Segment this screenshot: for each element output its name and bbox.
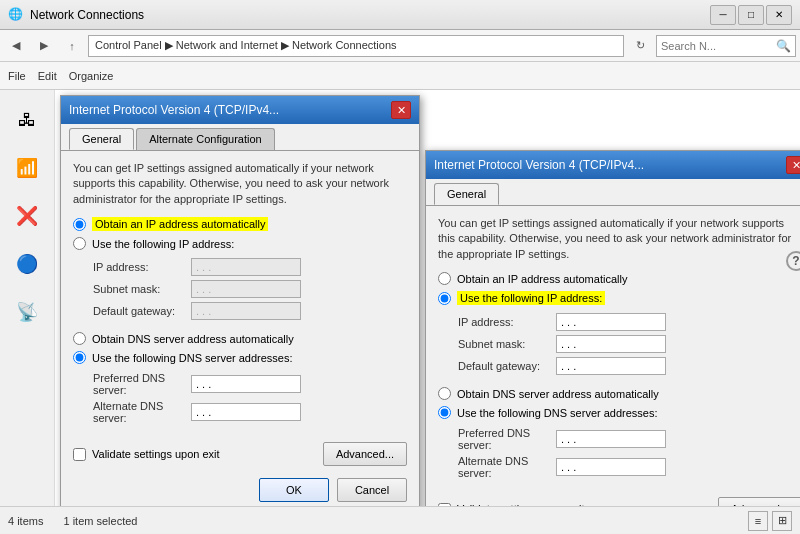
dialog1-subnet-label: Subnet mask: [93,283,183,295]
back-button[interactable]: ◀ [4,34,28,58]
refresh-button[interactable]: ↻ [628,34,652,58]
list-view-button[interactable]: ≡ [748,511,768,531]
grid-view-button[interactable]: ⊞ [772,511,792,531]
dialog1-ip-input: . . . [191,258,301,276]
dialog2-tab-bar: General [426,179,800,205]
dialog2-subnet-row: Subnet mask: . . . [438,335,800,353]
dialog2[interactable]: Internet Protocol Version 4 (TCP/IPv4...… [425,150,800,534]
search-input[interactable] [661,40,772,52]
sidebar: 🖧 📶 ❌ 🔵 📡 [0,90,55,506]
dialog2-close-button[interactable]: ✕ [786,156,800,174]
edit-menu[interactable]: Edit [38,70,57,82]
dialog2-preferred-dns-input[interactable]: . . . [556,430,666,448]
sidebar-icon-signal[interactable]: 📡 [7,292,47,332]
dialog2-dns-radio-group: Obtain DNS server address automatically … [438,387,800,419]
dialog2-use-following-option[interactable]: Use the following IP address: [438,291,800,305]
view-controls: ≡ ⊞ [748,511,792,531]
dialog2-use-dns-label: Use the following DNS server addresses: [457,407,658,419]
dialog2-obtain-dns-option[interactable]: Obtain DNS server address automatically [438,387,800,400]
main-content: 🖧 📶 ❌ 🔵 📡 Internet Protocol Version 4 (T… [0,90,800,506]
dialog1-ip-radio-group: Obtain an IP address automatically Use t… [73,217,407,250]
dialog1-gateway-label: Default gateway: [93,305,183,317]
dialog1-preferred-dns-row: Preferred DNS server: . . . [73,372,407,396]
dialog2-description: You can get IP settings assigned automat… [438,216,800,262]
dialog1-gateway-input: . . . [191,302,301,320]
dialog1-obtain-auto-label: Obtain an IP address automatically [92,217,268,231]
window-title: Network Connections [30,8,704,22]
dialog1-use-following-label: Use the following IP address: [92,238,234,250]
dialog1-tab-general[interactable]: General [69,128,134,150]
file-menu[interactable]: File [8,70,26,82]
dialog2-preferred-dns-label: Preferred DNS server: [458,427,548,451]
dialog1-tab-content: You can get IP settings assigned automat… [61,150,419,438]
dialog1-ip-label: IP address: [93,261,183,273]
close-button[interactable]: ✕ [766,5,792,25]
dialog-overlay: Internet Protocol Version 4 (TCP/IPv4...… [55,90,800,506]
dialog1-preferred-dns-input[interactable]: . . . [191,375,301,393]
dialog2-use-following-label: Use the following IP address: [457,291,605,305]
dialog1-gateway-row: Default gateway: . . . [73,302,407,320]
dialog2-alternate-dns-row: Alternate DNS server: . . . [438,455,800,479]
dialog1-ok-button[interactable]: OK [259,478,329,502]
dialog2-obtain-auto-option[interactable]: Obtain an IP address automatically [438,272,800,285]
dialog2-alternate-dns-input[interactable]: . . . [556,458,666,476]
organize-menu[interactable]: Organize [69,70,114,82]
dialog1-use-dns-option[interactable]: Use the following DNS server addresses: [73,351,407,364]
bluetooth-icon: 🔵 [15,252,39,276]
dialog1-obtain-dns-radio[interactable] [73,332,86,345]
dialog1-obtain-dns-option[interactable]: Obtain DNS server address automatically [73,332,407,345]
sidebar-icon-bluetooth[interactable]: 🔵 [7,244,47,284]
wifi-icon: 📶 [15,156,39,180]
content-area: Internet Protocol Version 4 (TCP/IPv4...… [55,90,800,506]
dialog1-validate-checkbox[interactable] [73,448,86,461]
dialog1-obtain-auto-radio[interactable] [73,218,86,231]
dialog1-close-button[interactable]: ✕ [391,101,411,119]
dialog2-ip-label: IP address: [458,316,548,328]
dialog1-tab-alternate[interactable]: Alternate Configuration [136,128,275,150]
dialog2-ip-row: IP address: . . . [438,313,800,331]
dialog1-obtain-dns-label: Obtain DNS server address automatically [92,333,294,345]
dialog1-tab-bar: General Alternate Configuration [61,124,419,150]
dialog1-description: You can get IP settings assigned automat… [73,161,407,207]
search-box[interactable]: 🔍 [656,35,796,57]
address-path[interactable]: Control Panel ▶ Network and Internet ▶ N… [88,35,624,57]
network-icon: 🖧 [15,108,39,132]
dialog1-cancel-button[interactable]: Cancel [337,478,407,502]
dialog1-validate-label: Validate settings upon exit [92,448,220,460]
dialog2-use-dns-radio[interactable] [438,406,451,419]
sidebar-icon-wifi[interactable]: 📶 [7,148,47,188]
dialog2-obtain-auto-radio[interactable] [438,272,451,285]
dialog2-ip-radio-group: Obtain an IP address automatically Use t… [438,272,800,305]
forward-button[interactable]: ▶ [32,34,56,58]
sidebar-icon-disconnected[interactable]: ❌ [7,196,47,236]
dialog1-subnet-input: . . . [191,280,301,298]
dialog2-alternate-dns-label: Alternate DNS server: [458,455,548,479]
dialog2-ip-input[interactable]: . . . [556,313,666,331]
dialog1-alternate-dns-input[interactable]: . . . [191,403,301,421]
dialog2-obtain-dns-label: Obtain DNS server address automatically [457,388,659,400]
dialog2-use-following-radio[interactable] [438,292,451,305]
dialog2-subnet-input[interactable]: . . . [556,335,666,353]
dialog2-title: Internet Protocol Version 4 (TCP/IPv4... [434,158,780,172]
dialog2-use-dns-option[interactable]: Use the following DNS server addresses: [438,406,800,419]
sidebar-icon-network[interactable]: 🖧 [7,100,47,140]
items-count: 4 items [8,515,43,527]
dialog1-use-following-radio[interactable] [73,237,86,250]
dialog1[interactable]: Internet Protocol Version 4 (TCP/IPv4...… [60,95,420,511]
dialog2-gateway-label: Default gateway: [458,360,548,372]
dialog1-use-dns-radio[interactable] [73,351,86,364]
maximize-button[interactable]: □ [738,5,764,25]
dialog2-tab-general[interactable]: General [434,183,499,205]
up-button[interactable]: ↑ [60,34,84,58]
dialog1-use-following-option[interactable]: Use the following IP address: [73,237,407,250]
minimize-button[interactable]: ─ [710,5,736,25]
dialog1-dns-radio-group: Obtain DNS server address automatically … [73,332,407,364]
help-icon[interactable]: ? [786,251,800,271]
dialog2-gateway-input[interactable]: . . . [556,357,666,375]
dialog2-subnet-label: Subnet mask: [458,338,548,350]
dialog1-ip-row: IP address: . . . [73,258,407,276]
dialog1-obtain-auto-option[interactable]: Obtain an IP address automatically [73,217,407,231]
dialog1-advanced-button[interactable]: Advanced... [323,442,407,466]
dialog2-obtain-dns-radio[interactable] [438,387,451,400]
dialog2-tab-content: You can get IP settings assigned automat… [426,205,800,493]
